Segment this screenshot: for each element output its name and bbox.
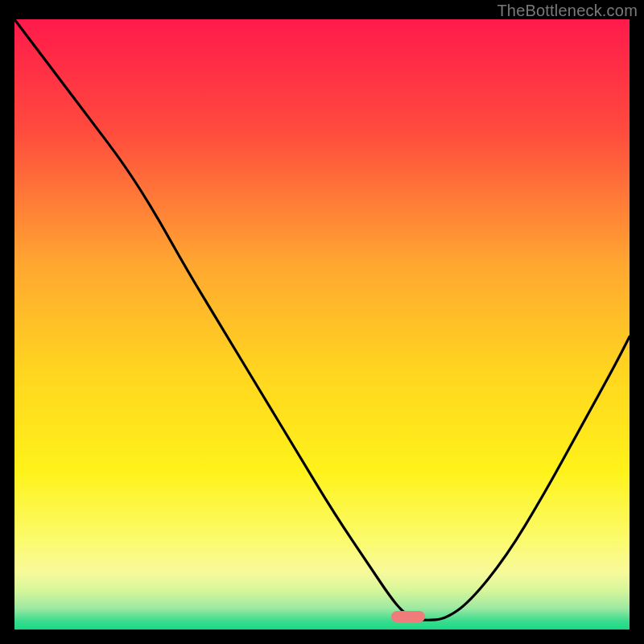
chart-svg	[14, 19, 630, 630]
chart-plot-area	[14, 19, 630, 630]
watermark-text: TheBottleneck.com	[497, 2, 638, 20]
image-frame: TheBottleneck.com	[0, 0, 644, 644]
optimal-marker-icon	[391, 611, 425, 622]
chart-background	[14, 19, 630, 630]
